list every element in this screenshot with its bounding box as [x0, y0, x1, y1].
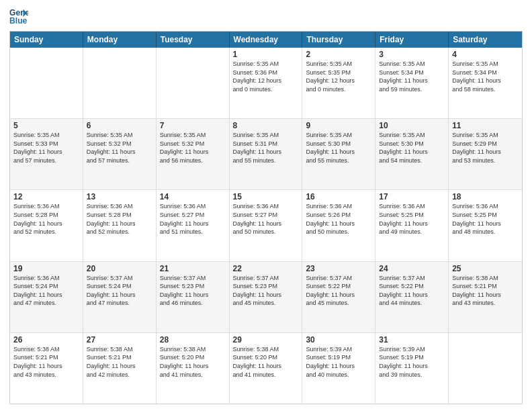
cell-info-line: Daylight: 11 hours: [13, 362, 79, 371]
cell-info-line: Daylight: 11 hours: [306, 291, 371, 300]
cell-info-line: and 45 minutes.: [306, 299, 371, 308]
day-number: 20: [87, 264, 152, 273]
cell-info-line: Sunset: 5:21 PM: [87, 353, 152, 362]
calendar-cell: 10Sunrise: 5:35 AMSunset: 5:30 PMDayligh…: [375, 119, 449, 189]
cell-info-line: Daylight: 11 hours: [379, 291, 445, 300]
cell-info-line: Sunset: 5:29 PM: [452, 140, 519, 148]
cell-info-line: Sunset: 5:31 PM: [233, 140, 299, 148]
calendar-cell: 24Sunrise: 5:37 AMSunset: 5:22 PMDayligh…: [375, 262, 449, 332]
cell-info-line: Sunrise: 5:39 AM: [306, 345, 371, 354]
cell-info-line: Sunrise: 5:39 AM: [379, 345, 445, 354]
calendar-row: 1Sunrise: 5:35 AMSunset: 5:36 PMDaylight…: [10, 48, 522, 119]
calendar-cell: [10, 48, 83, 118]
calendar-row: 26Sunrise: 5:38 AMSunset: 5:21 PMDayligh…: [10, 333, 522, 404]
calendar-cell: 14Sunrise: 5:36 AMSunset: 5:27 PMDayligh…: [157, 190, 230, 261]
cell-info-line: Sunrise: 5:35 AM: [306, 131, 371, 140]
day-number: 3: [379, 50, 445, 59]
calendar-cell: 29Sunrise: 5:38 AMSunset: 5:20 PMDayligh…: [230, 333, 303, 404]
cell-info-line: Daylight: 11 hours: [452, 291, 519, 300]
cell-info-line: Sunrise: 5:35 AM: [379, 60, 445, 68]
calendar-cell: 7Sunrise: 5:35 AMSunset: 5:32 PMDaylight…: [157, 119, 230, 189]
cell-info-line: Sunset: 5:28 PM: [13, 211, 79, 220]
cell-info-line: Sunrise: 5:35 AM: [306, 60, 371, 68]
calendar-cell: 6Sunrise: 5:35 AMSunset: 5:32 PMDaylight…: [83, 119, 157, 189]
cell-info-line: and 44 minutes.: [379, 299, 445, 308]
cell-info-line: Sunrise: 5:35 AM: [160, 131, 226, 140]
cell-info-line: Sunrise: 5:35 AM: [452, 131, 519, 140]
calendar-cell: 4Sunrise: 5:35 AMSunset: 5:34 PMDaylight…: [449, 48, 522, 118]
cell-info-line: Sunset: 5:21 PM: [452, 282, 519, 291]
cell-info-line: Sunset: 5:20 PM: [233, 353, 299, 362]
calendar: SundayMondayTuesdayWednesdayThursdayFrid…: [9, 31, 523, 404]
header: General Blue: [9, 7, 523, 26]
calendar-cell: 22Sunrise: 5:37 AMSunset: 5:23 PMDayligh…: [230, 262, 303, 332]
calendar-cell: 28Sunrise: 5:38 AMSunset: 5:20 PMDayligh…: [157, 333, 230, 404]
cell-info-line: Daylight: 11 hours: [452, 148, 519, 156]
calendar-cell: 25Sunrise: 5:38 AMSunset: 5:21 PMDayligh…: [449, 262, 522, 332]
cell-info-line: Daylight: 11 hours: [87, 220, 152, 228]
cell-info-line: Sunrise: 5:37 AM: [306, 274, 371, 283]
cell-info-line: Daylight: 11 hours: [160, 291, 226, 300]
day-header-tuesday: Tuesday: [157, 32, 230, 48]
calendar-cell: 9Sunrise: 5:35 AMSunset: 5:30 PMDaylight…: [302, 119, 375, 189]
calendar-cell: [449, 333, 522, 404]
cell-info-line: Daylight: 12 hours: [306, 77, 371, 85]
cell-info-line: Sunset: 5:32 PM: [87, 140, 152, 148]
cell-info-line: Daylight: 11 hours: [452, 77, 519, 85]
cell-info-line: and 47 minutes.: [87, 299, 152, 308]
cell-info-line: and 54 minutes.: [379, 156, 445, 165]
cell-info-line: Daylight: 11 hours: [306, 220, 371, 228]
logo-icon: General Blue: [9, 7, 28, 26]
cell-info-line: Daylight: 11 hours: [87, 362, 152, 371]
calendar-cell: 21Sunrise: 5:37 AMSunset: 5:23 PMDayligh…: [157, 262, 230, 332]
calendar-cell: 12Sunrise: 5:36 AMSunset: 5:28 PMDayligh…: [10, 190, 83, 261]
page-container: General Blue SundayMondayTuesdayWednesda…: [0, 0, 532, 411]
cell-info-line: Daylight: 12 hours: [233, 77, 299, 85]
cell-info-line: Sunset: 5:22 PM: [379, 282, 445, 291]
day-number: 9: [306, 121, 371, 130]
cell-info-line: Sunrise: 5:35 AM: [233, 131, 299, 140]
day-header-friday: Friday: [375, 32, 449, 48]
cell-info-line: Sunset: 5:23 PM: [160, 282, 226, 291]
cell-info-line: and 45 minutes.: [233, 299, 299, 308]
day-number: 30: [306, 335, 371, 345]
cell-info-line: and 56 minutes.: [160, 156, 226, 165]
cell-info-line: and 51 minutes.: [160, 228, 226, 236]
calendar-cell: [157, 48, 230, 118]
cell-info-line: Sunrise: 5:35 AM: [379, 131, 445, 140]
calendar-cell: 3Sunrise: 5:35 AMSunset: 5:34 PMDaylight…: [375, 48, 449, 118]
calendar-cell: 19Sunrise: 5:36 AMSunset: 5:24 PMDayligh…: [10, 262, 83, 332]
cell-info-line: Sunset: 5:20 PM: [160, 353, 226, 362]
cell-info-line: and 43 minutes.: [452, 299, 519, 308]
cell-info-line: and 52 minutes.: [87, 228, 152, 236]
day-number: 1: [233, 50, 299, 59]
cell-info-line: Daylight: 11 hours: [233, 362, 299, 371]
cell-info-line: Sunrise: 5:36 AM: [452, 202, 519, 211]
day-number: 7: [160, 121, 226, 130]
cell-info-line: Sunset: 5:23 PM: [233, 282, 299, 291]
cell-info-line: Daylight: 11 hours: [87, 291, 152, 300]
cell-info-line: Daylight: 11 hours: [160, 362, 226, 371]
cell-info-line: Sunset: 5:28 PM: [87, 211, 152, 220]
day-number: 28: [160, 335, 226, 345]
cell-info-line: Daylight: 11 hours: [379, 220, 445, 228]
cell-info-line: and 0 minutes.: [306, 85, 371, 94]
cell-info-line: and 57 minutes.: [13, 156, 79, 165]
calendar-cell: 23Sunrise: 5:37 AMSunset: 5:22 PMDayligh…: [302, 262, 375, 332]
cell-info-line: Daylight: 11 hours: [87, 148, 152, 156]
day-number: 14: [160, 192, 226, 201]
calendar-cell: 26Sunrise: 5:38 AMSunset: 5:21 PMDayligh…: [10, 333, 83, 404]
cell-info-line: and 57 minutes.: [87, 156, 152, 165]
cell-info-line: Sunrise: 5:36 AM: [160, 202, 226, 211]
cell-info-line: Sunrise: 5:37 AM: [379, 274, 445, 283]
cell-info-line: Sunrise: 5:36 AM: [13, 202, 79, 211]
cell-info-line: and 41 minutes.: [160, 371, 226, 379]
day-number: 24: [379, 264, 445, 273]
cell-info-line: Sunset: 5:24 PM: [13, 282, 79, 291]
cell-info-line: Sunrise: 5:35 AM: [452, 60, 519, 68]
day-number: 2: [306, 50, 371, 59]
day-number: 17: [379, 192, 445, 201]
calendar-cell: 11Sunrise: 5:35 AMSunset: 5:29 PMDayligh…: [449, 119, 522, 189]
day-number: 12: [13, 192, 79, 201]
cell-info-line: and 58 minutes.: [452, 85, 519, 94]
